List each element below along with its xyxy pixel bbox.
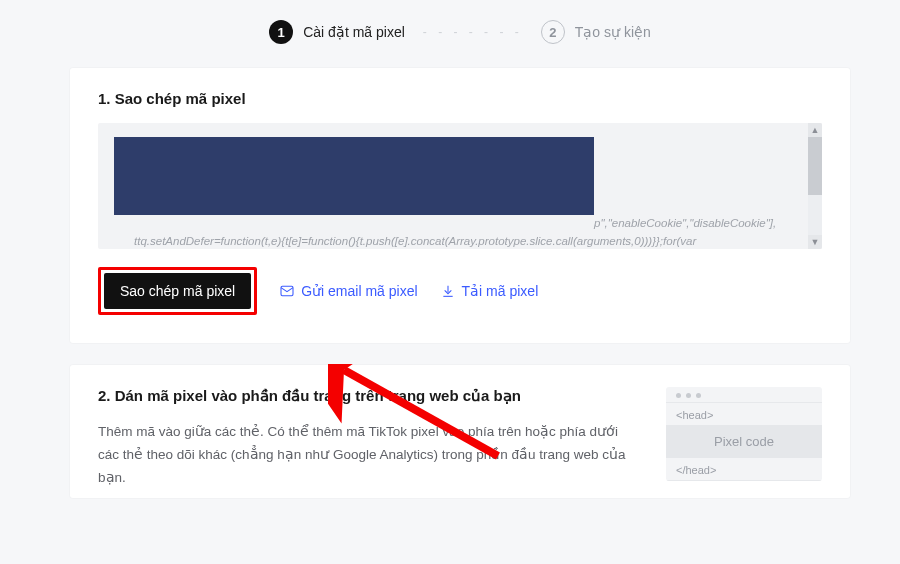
stepper: 1 Cài đặt mã pixel - - - - - - - 2 Tạo s… xyxy=(70,20,850,44)
page-root: 1 Cài đặt mã pixel - - - - - - - 2 Tạo s… xyxy=(0,0,900,498)
stepper-divider: - - - - - - - xyxy=(417,25,529,39)
email-pixel-code-link[interactable]: Gửi email mã pixel xyxy=(279,283,417,299)
divider xyxy=(666,480,822,481)
section2-title: 2. Dán mã pixel vào phần đầu trang trên … xyxy=(98,387,636,405)
download-icon xyxy=(440,283,456,299)
stepper-step-2[interactable]: 2 Tạo sự kiện xyxy=(541,20,651,44)
window-dots-icon xyxy=(666,387,822,402)
step2-label: Tạo sự kiện xyxy=(575,24,651,40)
pixel-code-box[interactable]: p","enableCookie","disableCookie"], ttq.… xyxy=(98,123,822,249)
download-pixel-code-link[interactable]: Tải mã pixel xyxy=(440,283,539,299)
code-scrollbar[interactable]: ▲ ▼ xyxy=(808,123,822,249)
step1-number: 1 xyxy=(269,20,293,44)
code-snippet-text: p","enableCookie","disableCookie"], ttq.… xyxy=(114,215,796,249)
code-line1: p","enableCookie","disableCookie"], xyxy=(114,215,796,232)
section1-title: 1. Sao chép mã pixel xyxy=(98,90,822,107)
step1-label: Cài đặt mã pixel xyxy=(303,24,405,40)
copy-pixel-code-button[interactable]: Sao chép mã pixel xyxy=(104,273,251,309)
code-redacted-block xyxy=(114,137,594,215)
scrollbar-down-icon[interactable]: ▼ xyxy=(808,235,822,249)
pixel-code-placeholder: Pixel code xyxy=(666,425,822,458)
code-line2: ttq.setAndDefer=function(t,e){t[e]=funct… xyxy=(114,233,796,249)
head-close-tag: </head> xyxy=(666,458,822,480)
copy-button-highlight: Sao chép mã pixel xyxy=(98,267,257,315)
section2-illustration: <head> Pixel code </head> xyxy=(666,387,822,481)
svg-rect-0 xyxy=(281,286,293,295)
section2-card: 2. Dán mã pixel vào phần đầu trang trên … xyxy=(70,365,850,498)
step2-number: 2 xyxy=(541,20,565,44)
download-link-label: Tải mã pixel xyxy=(462,283,539,299)
stepper-step-1[interactable]: 1 Cài đặt mã pixel xyxy=(269,20,405,44)
head-open-tag: <head> xyxy=(666,403,822,425)
scrollbar-up-icon[interactable]: ▲ xyxy=(808,123,822,137)
email-link-label: Gửi email mã pixel xyxy=(301,283,417,299)
section1-actions: Sao chép mã pixel Gửi email mã pixel Tải… xyxy=(98,267,822,315)
mail-icon xyxy=(279,283,295,299)
section1-card: 1. Sao chép mã pixel p","enableCookie","… xyxy=(70,68,850,343)
section2-desc: Thêm mã vào giữa các thẻ. Có thể thêm mã… xyxy=(98,421,636,490)
section2-left: 2. Dán mã pixel vào phần đầu trang trên … xyxy=(98,387,636,490)
scrollbar-thumb[interactable] xyxy=(808,137,822,195)
